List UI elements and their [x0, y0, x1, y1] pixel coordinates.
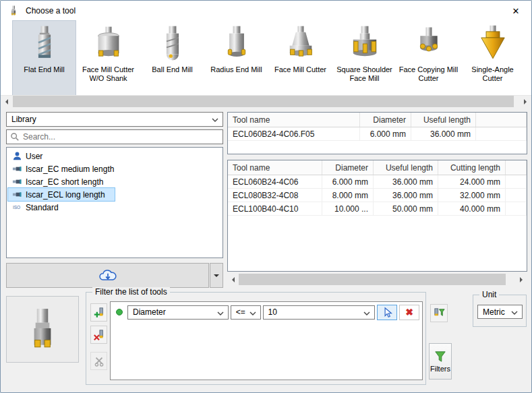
filter-field-value: Diameter — [133, 307, 166, 317]
unit-groupbox: Unit Metric — [473, 295, 527, 327]
cell-filler — [506, 189, 527, 202]
filter-field-select[interactable]: Diameter — [127, 305, 229, 320]
column-header-useful-length[interactable]: Useful length — [411, 113, 476, 127]
dialog-tool-icon — [8, 5, 19, 16]
cell-tool-name: ECL080B32-4C08 — [228, 189, 322, 202]
cell-useful-length: 36.000 mm — [374, 175, 438, 188]
apply-filter-toggle-button[interactable] — [430, 304, 448, 322]
tool-type-flat-end-mill[interactable]: Flat End Mill — [13, 21, 76, 95]
tree-item-iscar-ecl-long[interactable]: Iscar_ECL long length — [8, 188, 115, 201]
clear-filter-button[interactable]: ✖ — [399, 305, 419, 320]
tree-item-iscar-ec-medium[interactable]: Iscar_EC medium length — [8, 162, 123, 175]
column-header-useful-length[interactable]: Useful length — [374, 160, 438, 175]
table-header: Tool name Diameter Useful length — [228, 113, 527, 127]
red-x-icon: ✖ — [405, 307, 413, 317]
cloud-download-icon — [98, 268, 118, 283]
scroll-left-arrow[interactable] — [1, 96, 12, 107]
column-header-cutting-length[interactable]: Cutting length — [438, 160, 506, 175]
remove-filter-icon — [93, 329, 105, 341]
choose-tool-dialog: Choose a tool ✕ Flat End Mill Face Mill … — [0, 0, 532, 393]
cell-filler — [506, 202, 527, 215]
download-library-button[interactable] — [6, 263, 209, 288]
tool-type-face-mill-cutter[interactable]: Face Mill Cutter — [269, 21, 332, 95]
tool-type-single-angle-cutter[interactable]: Single-Angle Cutter — [461, 21, 524, 95]
column-header-tool-name[interactable]: Tool name — [228, 160, 322, 175]
filter-enabled-indicator — [116, 309, 123, 315]
tool-type-ball-end-mill[interactable]: Ball End Mill — [141, 21, 204, 95]
search-icon — [10, 132, 20, 142]
download-row — [6, 263, 223, 288]
cell-useful-length: 36.000 mm — [374, 189, 438, 202]
ball-end-mill-icon — [153, 24, 192, 63]
scroll-left-arrow[interactable] — [227, 274, 239, 285]
search-input[interactable] — [23, 131, 218, 143]
cell-diameter: 10.000 ... — [322, 202, 374, 215]
titlebar: Choose a tool ✕ — [1, 1, 531, 21]
tool-list-table: Tool name Diameter Useful length Cutting… — [227, 160, 527, 272]
close-button[interactable]: ✕ — [500, 1, 531, 21]
filter-operator-value: <= — [236, 307, 245, 317]
column-header-tool-name[interactable]: Tool name — [228, 113, 360, 127]
column-header-diameter[interactable]: Diameter — [322, 160, 374, 175]
tree-item-standard[interactable]: Standard — [8, 201, 68, 214]
download-options-dropdown[interactable] — [210, 263, 223, 288]
cut-filter-button-disabled[interactable] — [90, 352, 107, 370]
unit-select[interactable]: Metric — [477, 305, 523, 319]
scroll-right-arrow[interactable] — [516, 274, 527, 285]
standard-library-icon — [12, 202, 22, 212]
radius-end-mill-icon — [217, 24, 256, 63]
tool-type-label: Face Mill Cutter — [274, 65, 326, 74]
table-header: Tool name Diameter Useful length Cutting… — [228, 160, 527, 175]
face-copying-mill-cutter-icon — [409, 24, 448, 63]
cell-cutting-length: 32.000 mm — [438, 189, 506, 202]
tool-library-icon — [12, 189, 22, 200]
pick-value-button[interactable] — [377, 305, 397, 320]
tool-type-face-copying-mill-cutter[interactable]: Face Copying Mill Cutter — [397, 21, 460, 95]
search-box — [6, 129, 223, 144]
library-source-value: Library — [11, 115, 36, 124]
library-source-select[interactable]: Library — [6, 112, 223, 127]
tool-type-label: Square Shoulder Face Mill — [333, 65, 396, 83]
filter-value-combobox[interactable]: 10 — [263, 305, 376, 320]
face-mill-wo-shank-icon — [89, 24, 128, 63]
window-title: Choose a tool — [26, 6, 76, 16]
chevron-down-icon — [363, 311, 370, 315]
tool-type-label: Face Copying Mill Cutter — [397, 65, 460, 83]
tool-list-scrollbar[interactable] — [227, 274, 527, 285]
tool-type-face-mill-wo-shank[interactable]: Face Mill Cutter W/O Shank — [77, 21, 140, 95]
remove-filter-button[interactable] — [90, 326, 107, 344]
column-header-filler — [506, 160, 527, 175]
tool-type-label: Radius End Mill — [210, 65, 262, 74]
filters-button[interactable]: Filters — [429, 343, 452, 380]
filter-row: Diameter <= 10 ✖ — [113, 304, 419, 320]
scroll-right-arrow[interactable] — [520, 96, 531, 107]
tool-strip-scrollbar[interactable] — [1, 95, 531, 107]
column-header-filler — [476, 113, 527, 127]
table-row[interactable]: ECL060B24-4C06 6.000 mm 36.000 mm 24.000… — [228, 175, 527, 189]
add-filter-button[interactable] — [90, 303, 107, 322]
tree-item-user[interactable]: User — [8, 150, 52, 162]
filter-operator-select[interactable]: <= — [231, 305, 261, 320]
scrollbar-thumb[interactable] — [239, 274, 506, 285]
tool-type-label: Single-Angle Cutter — [461, 65, 524, 83]
table-row[interactable]: ECL060B24-4C06.F05 6.000 mm 36.000 mm — [228, 127, 527, 141]
chevron-down-icon — [217, 311, 224, 315]
tool-type-square-shoulder-face-mill[interactable]: Square Shoulder Face Mill — [333, 21, 396, 95]
unit-value: Metric — [483, 307, 505, 317]
square-shoulder-face-mill-icon — [345, 24, 384, 63]
table-row[interactable]: ECL080B32-4C08 8.000 mm 36.000 mm 32.000… — [228, 189, 527, 202]
cell-tool-name: ECL100B40-4C10 — [228, 202, 322, 215]
column-header-diameter[interactable]: Diameter — [360, 113, 411, 127]
tool-type-radius-end-mill[interactable]: Radius End Mill — [205, 21, 268, 95]
tree-item-iscar-ec-short[interactable]: Iscar_EC short length — [8, 175, 113, 188]
table-row[interactable]: ECL100B40-4C10 10.000 ... 50.000 mm 40.0… — [228, 202, 527, 216]
tool-type-label: Ball End Mill — [152, 65, 193, 74]
scrollbar-thumb[interactable] — [13, 96, 514, 107]
tool-type-strip: Flat End Mill Face Mill Cutter W/O Shank… — [1, 21, 531, 95]
cell-filler — [506, 175, 527, 188]
cell-diameter: 8.000 mm — [322, 189, 374, 202]
filter-value: 10 — [268, 307, 277, 317]
tool-preview-image — [20, 303, 65, 357]
filter-group-label: Filter the list of tools — [92, 287, 170, 297]
cursor-pointer-icon — [382, 307, 393, 318]
